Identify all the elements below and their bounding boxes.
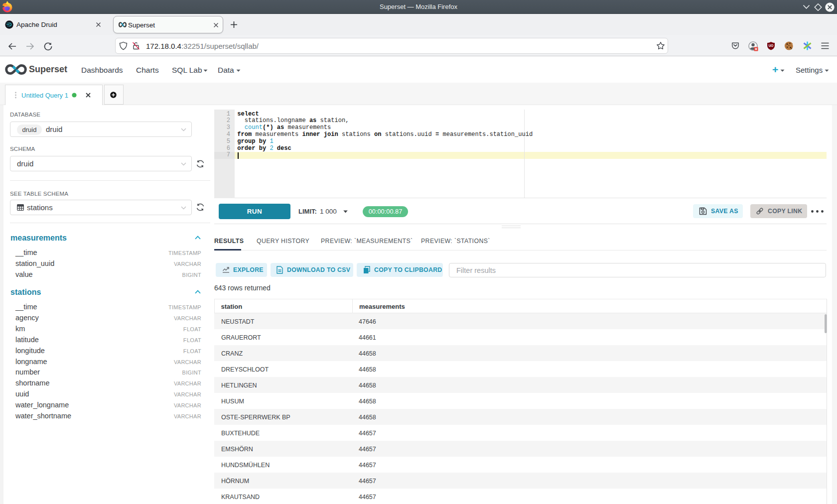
- svg-text:UO: UO: [769, 44, 774, 47]
